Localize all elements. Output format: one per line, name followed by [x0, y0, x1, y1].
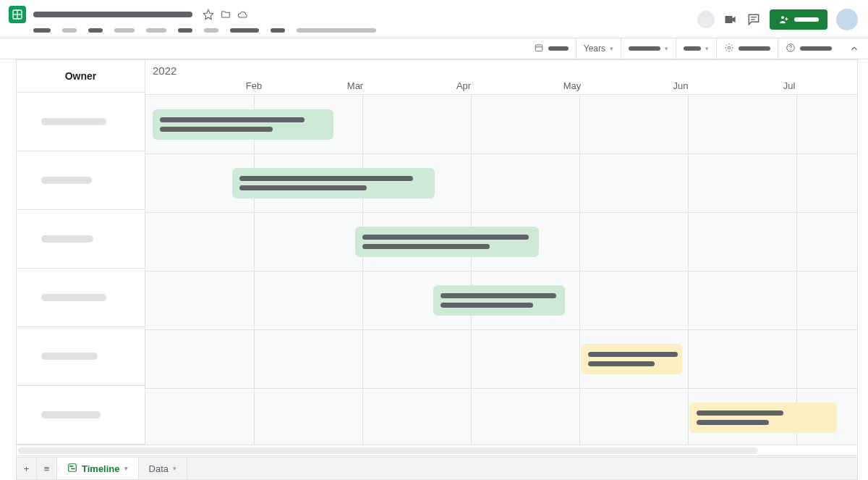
svg-point-10 [790, 49, 791, 50]
timeline-task-bar[interactable] [581, 344, 682, 374]
owner-column-header: Owner [17, 60, 145, 93]
document-title[interactable] [33, 12, 192, 17]
owner-row[interactable] [17, 269, 145, 327]
month-label: Apr [456, 80, 471, 91]
task-title [362, 235, 529, 240]
all-sheets-button[interactable]: ≡ [37, 458, 57, 479]
task-subtitle [239, 185, 367, 190]
account-avatar[interactable] [836, 9, 858, 30]
owner-name [41, 411, 101, 418]
task-subtitle [588, 361, 655, 366]
month-label: Jun [673, 80, 689, 91]
tab-data-label: Data [149, 463, 169, 474]
task-title [697, 410, 783, 416]
share-button[interactable] [770, 9, 827, 30]
header-right [697, 9, 858, 30]
timeline-task-bar[interactable] [689, 403, 837, 433]
presence-avatar[interactable] [697, 11, 715, 28]
timeline-task-bar[interactable] [433, 285, 565, 316]
timeline-view: Owner 2022 FebMarAprMayJunJul [16, 59, 858, 445]
svg-point-8 [728, 46, 731, 49]
sheets-logo[interactable] [9, 6, 26, 23]
comments-icon[interactable] [746, 12, 761, 27]
view-options-dropdown[interactable]: ▾ [621, 38, 676, 59]
timeline-chart[interactable]: 2022 FebMarAprMayJunJul [145, 60, 857, 445]
year-label: 2022 [153, 64, 176, 77]
menu-item[interactable] [114, 28, 135, 33]
task-title [160, 117, 305, 122]
timeline-task-bar[interactable] [232, 168, 435, 198]
task-title [441, 293, 556, 298]
scrollbar-thumb[interactable] [18, 447, 758, 454]
tab-timeline-label: Timeline [82, 463, 120, 474]
owner-name [41, 353, 98, 360]
owner-row[interactable] [17, 327, 145, 386]
add-sheet-button[interactable]: + [17, 458, 37, 479]
timeline-toolbar: Years▾ ▾ ▾ [0, 38, 868, 59]
timeline-sidebar: Owner [17, 60, 145, 445]
more-dropdown[interactable]: ▾ [676, 38, 716, 59]
timeline-task-bar[interactable] [355, 227, 539, 257]
share-label [794, 17, 819, 22]
owner-row[interactable] [17, 386, 145, 445]
tab-timeline[interactable]: Timeline ▾ [57, 458, 139, 479]
task-subtitle [441, 303, 533, 308]
owner-name [41, 294, 106, 301]
timeline-date-header: 2022 FebMarAprMayJunJul [145, 60, 857, 95]
owner-row[interactable] [17, 93, 145, 151]
zoom-dropdown[interactable]: Years▾ [576, 38, 621, 59]
task-title [588, 352, 678, 357]
owner-name [41, 118, 106, 125]
svg-rect-13 [71, 468, 75, 469]
star-icon[interactable] [203, 9, 214, 20]
owner-row[interactable] [17, 210, 145, 269]
today-button[interactable] [527, 38, 576, 59]
task-subtitle [697, 420, 769, 425]
settings-button[interactable] [716, 38, 778, 59]
svg-rect-11 [69, 463, 77, 471]
tab-data[interactable]: Data ▾ [139, 458, 187, 479]
month-label: Mar [347, 80, 363, 91]
sheet-tabs: + ≡ Timeline ▾ Data ▾ [16, 457, 858, 480]
month-label: Feb [246, 80, 262, 91]
menu-item[interactable] [178, 28, 192, 33]
move-icon[interactable] [220, 9, 231, 20]
owner-name [41, 177, 92, 184]
owner-row[interactable] [17, 151, 145, 210]
owner-name [41, 235, 93, 243]
meet-icon[interactable] [723, 12, 738, 27]
help-button[interactable] [778, 38, 839, 59]
timeline-tab-icon [67, 463, 77, 475]
task-title [239, 176, 413, 181]
svg-point-5 [781, 16, 784, 19]
cloud-status-icon[interactable] [237, 9, 249, 20]
menu-item[interactable] [88, 28, 103, 33]
month-label: May [563, 80, 582, 91]
svg-rect-12 [70, 466, 74, 467]
menu-item[interactable] [33, 28, 51, 33]
menu-item[interactable] [297, 28, 376, 33]
task-subtitle [160, 127, 273, 132]
horizontal-scrollbar[interactable] [16, 446, 858, 456]
menu-item[interactable] [230, 28, 259, 33]
task-subtitle [362, 244, 490, 249]
svg-rect-6 [535, 44, 542, 51]
month-label: Jul [783, 80, 796, 91]
menu-item[interactable] [271, 28, 285, 33]
timeline-task-bar[interactable] [153, 109, 333, 140]
collapse-toolbar-icon[interactable] [839, 38, 868, 59]
menu-item[interactable] [146, 28, 166, 33]
menu-item[interactable] [62, 28, 77, 33]
menu-item[interactable] [204, 28, 218, 33]
